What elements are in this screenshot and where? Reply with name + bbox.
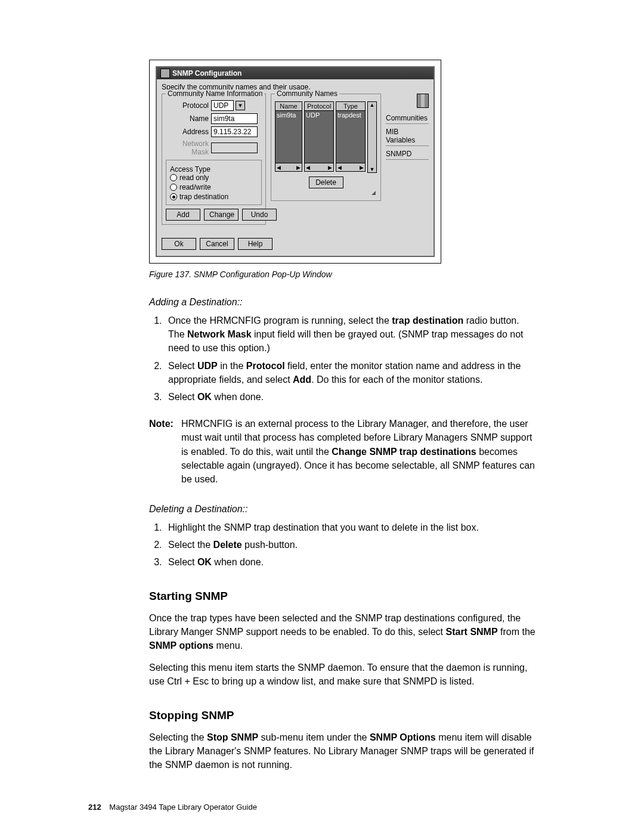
window-titlebar[interactable]: SNMP Configuration [157, 67, 434, 79]
adding-steps-list: Once the HRMCNFIG program is running, se… [149, 314, 537, 404]
help-button[interactable]: Help [238, 238, 273, 250]
paragraph: Selecting this menu item starts the SNMP… [149, 661, 537, 688]
access-type-group: Access Type read only read/write [166, 160, 262, 205]
note-text: HRMCNFIG is an external process to the L… [181, 417, 537, 486]
cni-legend: Community Name Information [166, 89, 264, 98]
radio-icon[interactable] [170, 174, 177, 181]
paragraph: Selecting the Stop SNMP sub-menu item un… [149, 730, 537, 772]
list-item: Select UDP in the Protocol field, enter … [165, 359, 537, 386]
community-name-info-group: Community Name Information Protocol UDP … [162, 94, 266, 225]
protocol-dropdown-icon[interactable]: ▼ [236, 101, 245, 110]
col-type-header[interactable]: Type [336, 101, 366, 111]
col-name-cell[interactable]: sim9ta [275, 111, 302, 163]
snmp-config-window: SNMP Configuration Specify the community… [156, 66, 435, 257]
deleting-destination-heading: Deleting a Destination:: [149, 504, 537, 515]
ok-button[interactable]: Ok [162, 238, 196, 250]
col-protocol-cell[interactable]: UDP [304, 111, 334, 163]
page-footer: 212 Magstar 3494 Tape Library Operator G… [88, 803, 257, 812]
figure-caption: Figure 137. SNMP Configuration Pop-Up Wi… [149, 270, 537, 279]
stopping-snmp-heading: Stopping SNMP [149, 709, 537, 722]
resize-grip-icon[interactable]: ◢ [275, 188, 377, 197]
col-protocol-header[interactable]: Protocol [304, 101, 334, 111]
page-number: 212 [88, 803, 101, 812]
hscroll-icon[interactable]: ◀▶ [304, 163, 334, 172]
figure-frame: SNMP Configuration Specify the community… [149, 60, 441, 264]
add-button[interactable]: Add [166, 209, 200, 221]
cancel-button[interactable]: Cancel [200, 238, 234, 250]
window-title: SNMP Configuration [172, 69, 242, 78]
tab-communities[interactable]: Communities [386, 114, 429, 124]
hscroll-icon[interactable]: ◀▶ [336, 163, 366, 172]
paragraph: Once the trap types have been selected a… [149, 611, 537, 653]
list-item: Once the HRMCNFIG program is running, se… [165, 314, 537, 355]
netmask-field [211, 143, 258, 153]
tab-mib-variables[interactable]: MIB Variables [386, 128, 429, 146]
starting-snmp-heading: Starting SNMP [149, 590, 537, 603]
undo-button[interactable]: Undo [242, 209, 277, 221]
hscroll-icon[interactable]: ◀▶ [275, 163, 302, 172]
address-label: Address [166, 128, 209, 136]
notebook-icon [417, 94, 429, 108]
protocol-label: Protocol [166, 101, 209, 110]
protocol-field[interactable]: UDP [211, 100, 234, 111]
list-item: Select OK when done. [165, 390, 537, 404]
radio-read-write[interactable]: read/write [170, 183, 258, 191]
delete-button[interactable]: Delete [309, 176, 343, 188]
tab-snmpd[interactable]: SNMPD [386, 150, 429, 160]
cn-legend: Community Names [275, 89, 339, 98]
access-legend: Access Type [170, 165, 258, 174]
note-block: Note: HRMCNFIG is an external process to… [149, 417, 537, 486]
col-name-header[interactable]: Name [275, 101, 302, 111]
footer-title: Magstar 3494 Tape Library Operator Guide [109, 803, 257, 812]
list-item: Select OK when done. [165, 555, 537, 569]
note-label: Note: [149, 417, 181, 486]
name-label: Name [166, 114, 209, 123]
community-names-group: Community Names Name sim9ta ◀▶ Protocol … [271, 94, 381, 201]
netmask-label: Network Mask [166, 140, 209, 156]
adding-destination-heading: Adding a Destination:: [149, 297, 537, 308]
deleting-steps-list: Highlight the SNMP trap destination that… [149, 521, 537, 569]
col-type-cell[interactable]: trapdest [336, 111, 366, 163]
radio-icon[interactable] [170, 184, 177, 191]
address-field[interactable]: 9.115.23.22 [211, 126, 258, 137]
list-item: Highlight the SNMP trap destination that… [165, 521, 537, 534]
list-item: Select the Delete push-button. [165, 538, 537, 552]
side-panel: Communities MIB Variables SNMPD [386, 94, 429, 160]
radio-icon[interactable] [170, 193, 177, 200]
change-button[interactable]: Change [204, 209, 239, 221]
radio-read-only[interactable]: read only [170, 174, 258, 182]
radio-trap-destination[interactable]: trap destination [170, 193, 258, 201]
sysmenu-icon[interactable] [160, 69, 170, 78]
name-field[interactable]: sim9ta [211, 113, 258, 124]
vscroll-icon[interactable]: ▲▼ [367, 101, 377, 173]
